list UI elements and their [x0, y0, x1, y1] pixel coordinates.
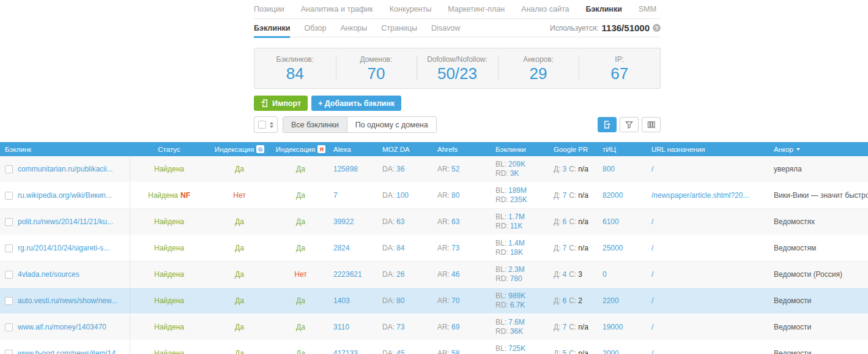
bl-value-link[interactable]: 989K: [508, 292, 525, 301]
columns-button[interactable]: [642, 117, 661, 132]
select-all-checkbox[interactable]: [258, 121, 266, 129]
table-row[interactable]: ru.wikipedia.org/wiki/Викип... Найдена N…: [0, 183, 868, 209]
rd-value-link[interactable]: 36K: [510, 327, 523, 336]
column-header-google-pr[interactable]: Google PR: [551, 142, 599, 156]
moz-da-value-link[interactable]: 84: [396, 244, 404, 252]
ahrefs-value-link[interactable]: 70: [451, 296, 459, 305]
tic-value-link[interactable]: 800: [603, 165, 615, 173]
toggle-per-domain[interactable]: По одному с домена: [347, 117, 436, 132]
subtab-disavow[interactable]: Disavow: [431, 19, 460, 37]
column-header-anchor[interactable]: Анкор: [771, 142, 868, 156]
row-checkbox[interactable]: [5, 271, 13, 279]
ahrefs-value-link[interactable]: 46: [451, 270, 459, 279]
alexa-value-link[interactable]: 2223621: [333, 270, 362, 279]
rd-value-link[interactable]: 6.7K: [510, 301, 525, 310]
alexa-value-link[interactable]: 7: [333, 191, 338, 200]
backlink-url-link[interactable]: ru.wikipedia.org/wiki/Викип...: [18, 191, 112, 200]
import-button[interactable]: Импорт: [254, 96, 308, 111]
tic-value-link[interactable]: 0: [603, 270, 607, 279]
tic-value-link[interactable]: 25000: [603, 244, 623, 252]
d-value-link[interactable]: 7: [562, 244, 566, 252]
bl-value-link[interactable]: 2.3M: [508, 265, 525, 274]
alexa-value-link[interactable]: 2824: [333, 244, 350, 252]
row-checkbox[interactable]: [5, 350, 13, 354]
row-checkbox[interactable]: [5, 165, 13, 173]
moz-da-value-link[interactable]: 26: [396, 270, 404, 279]
d-value-link[interactable]: 5: [562, 349, 566, 354]
moz-da-value-link[interactable]: 80: [396, 296, 404, 305]
ahrefs-value-link[interactable]: 80: [451, 191, 459, 200]
table-row[interactable]: communitarian.ru/publikacii... Найдена Д…: [0, 156, 868, 183]
nav-tab-analytics[interactable]: Аналитика и трафик: [301, 5, 373, 13]
column-header-index-google[interactable]: Индексация G: [208, 142, 271, 156]
column-header-index-yandex[interactable]: Индексация Я: [271, 142, 330, 156]
subtab-anchors[interactable]: Анкоры: [341, 19, 368, 37]
dest-url-link[interactable]: /: [651, 217, 653, 226]
d-value-link[interactable]: 3: [562, 165, 566, 173]
nav-tab-competitors[interactable]: Конкуренты: [390, 5, 431, 13]
dest-url-link[interactable]: /: [651, 270, 653, 279]
export-button[interactable]: [598, 117, 617, 132]
dest-url-link[interactable]: /: [651, 296, 653, 305]
rd-value-link[interactable]: 235K: [510, 195, 527, 205]
backlink-url-link[interactable]: auto.vesti.ru/news/show/new...: [18, 296, 117, 305]
ahrefs-value-link[interactable]: 52: [451, 165, 459, 173]
column-header-status[interactable]: Статус: [130, 142, 208, 156]
nav-tab-smm[interactable]: SMM: [639, 5, 656, 13]
column-header-alexa[interactable]: Alexa: [330, 142, 379, 156]
row-checkbox[interactable]: [5, 244, 13, 252]
backlink-url-link[interactable]: www.b-port.com/news/item/14...: [18, 349, 122, 354]
d-value-link[interactable]: 6: [562, 217, 566, 226]
tic-value-link[interactable]: 2000: [603, 349, 619, 354]
dest-url-link[interactable]: /: [651, 165, 653, 173]
column-header-dest-url[interactable]: URL назначения: [648, 142, 771, 156]
backlink-url-link[interactable]: rg.ru/2014/10/24/sigareti-s...: [18, 244, 109, 252]
add-backlink-button[interactable]: + Добавить бэклинк: [311, 96, 401, 111]
column-header-ahrefs[interactable]: Ahrefs: [434, 142, 492, 156]
moz-da-value-link[interactable]: 45: [396, 349, 404, 354]
moz-da-value-link[interactable]: 36: [396, 165, 404, 173]
d-value-link[interactable]: 6: [562, 296, 566, 305]
nav-tab-backlinks[interactable]: Бэклинки: [585, 5, 621, 13]
alexa-value-link[interactable]: 3110: [333, 323, 349, 331]
row-checkbox[interactable]: [5, 192, 13, 200]
table-row[interactable]: www.aif.ru/money/1403470 Найдена Да Да 3…: [0, 314, 868, 341]
bl-value-link[interactable]: 189M: [508, 186, 527, 195]
row-checkbox[interactable]: [5, 323, 13, 331]
table-row[interactable]: auto.vesti.ru/news/show/new... Найдена Д…: [0, 288, 868, 314]
alexa-value-link[interactable]: 417133: [333, 349, 358, 354]
subtab-overview[interactable]: Обзор: [304, 19, 326, 37]
rd-value-link[interactable]: 11K: [510, 222, 522, 231]
toggle-all-backlinks[interactable]: Все бэклинки: [283, 117, 347, 132]
dest-url-link[interactable]: /: [651, 244, 653, 252]
alexa-value-link[interactable]: 1403: [333, 296, 350, 305]
d-value-link[interactable]: 7: [562, 191, 566, 200]
nav-tab-marketing-plan[interactable]: Маркетинг-план: [448, 5, 505, 13]
dest-url-link[interactable]: /: [651, 323, 653, 331]
bl-value-link[interactable]: 1.4M: [508, 239, 525, 248]
backlink-url-link[interactable]: polit.ru/news/2014/11/21/ku...: [18, 217, 113, 226]
column-header-backlinks-count[interactable]: Бэклинки: [492, 142, 551, 156]
select-all-dropdown[interactable]: [254, 116, 278, 133]
alexa-value-link[interactable]: 39922: [333, 217, 354, 226]
subtab-backlinks[interactable]: Бэклинки: [254, 19, 290, 37]
backlink-url-link[interactable]: 4vlada.net/sources: [18, 270, 80, 279]
tic-value-link[interactable]: 6100: [603, 217, 619, 226]
bl-value-link[interactable]: 725K: [508, 344, 525, 353]
rd-value-link[interactable]: 780: [510, 274, 522, 284]
column-header-backlink[interactable]: Бэклинк: [0, 142, 130, 156]
tic-value-link[interactable]: 2200: [603, 296, 619, 305]
dest-url-link[interactable]: /: [651, 349, 653, 354]
backlink-url-link[interactable]: www.aif.ru/money/1403470: [18, 323, 106, 331]
info-icon[interactable]: ?: [653, 24, 661, 32]
tic-value-link[interactable]: 19000: [603, 323, 623, 331]
d-value-link[interactable]: 7: [562, 323, 566, 331]
bl-value-link[interactable]: 7.6M: [508, 318, 525, 327]
d-value-link[interactable]: 4: [562, 270, 566, 279]
table-row[interactable]: 4vlada.net/sources Найдена Да Нет 222362…: [0, 262, 868, 288]
table-row[interactable]: www.b-port.com/news/item/14... Найдена Д…: [0, 341, 868, 354]
table-row[interactable]: polit.ru/news/2014/11/21/ku... Найдена Д…: [0, 209, 868, 235]
moz-da-value-link[interactable]: 73: [396, 323, 404, 331]
nav-tab-site-audit[interactable]: Анализ сайта: [521, 5, 569, 13]
nav-tab-positions[interactable]: Позиции: [254, 5, 284, 13]
